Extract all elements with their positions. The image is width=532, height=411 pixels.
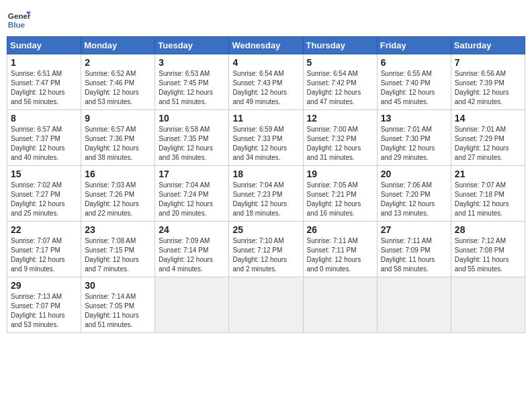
day-number: 13 <box>381 113 447 124</box>
calendar-cell: 22 Sunrise: 7:07 AMSunset: 7:17 PMDaylig… <box>7 222 81 277</box>
day-number: 29 <box>11 280 77 291</box>
calendar-cell: 3 Sunrise: 6:53 AMSunset: 7:45 PMDayligh… <box>155 54 229 110</box>
calendar-table: SundayMondayTuesdayWednesdayThursdayFrid… <box>7 36 525 333</box>
calendar-week-5: 29 Sunrise: 7:13 AMSunset: 7:07 PMDaylig… <box>7 277 525 333</box>
day-number: 25 <box>232 224 299 235</box>
day-info: Sunrise: 6:59 AMSunset: 7:33 PMDaylight:… <box>232 125 299 163</box>
calendar-cell: 5 Sunrise: 6:54 AMSunset: 7:42 PMDayligh… <box>303 54 377 110</box>
day-number: 19 <box>307 169 373 179</box>
weekday-header-tuesday: Tuesday <box>155 37 229 54</box>
day-info: Sunrise: 7:02 AMSunset: 7:27 PMDaylight:… <box>11 181 77 218</box>
day-number: 3 <box>159 57 225 68</box>
day-number: 24 <box>159 224 225 235</box>
weekday-header-friday: Friday <box>377 37 451 54</box>
calendar-cell: 4 Sunrise: 6:54 AMSunset: 7:43 PMDayligh… <box>229 54 303 110</box>
calendar-week-4: 22 Sunrise: 7:07 AMSunset: 7:17 PMDaylig… <box>7 222 525 277</box>
day-info: Sunrise: 7:05 AMSunset: 7:21 PMDaylight:… <box>307 181 373 218</box>
day-number: 16 <box>85 169 151 179</box>
weekday-header-monday: Monday <box>81 37 155 54</box>
day-info: Sunrise: 7:06 AMSunset: 7:20 PMDaylight:… <box>381 181 447 218</box>
day-number: 7 <box>455 57 521 68</box>
day-number: 18 <box>232 169 299 179</box>
calendar-cell: 27 Sunrise: 7:11 AMSunset: 7:09 PMDaylig… <box>377 222 451 277</box>
day-number: 1 <box>11 57 77 68</box>
calendar-cell: 10 Sunrise: 6:58 AMSunset: 7:35 PMDaylig… <box>155 110 229 166</box>
day-info: Sunrise: 6:52 AMSunset: 7:46 PMDaylight:… <box>85 69 151 107</box>
day-number: 5 <box>307 57 373 68</box>
day-number: 8 <box>11 113 77 124</box>
logo: General Blue <box>7 7 31 31</box>
weekday-header-wednesday: Wednesday <box>229 37 303 54</box>
calendar-cell <box>451 277 525 333</box>
day-info: Sunrise: 7:08 AMSunset: 7:15 PMDaylight:… <box>85 236 151 274</box>
day-info: Sunrise: 6:56 AMSunset: 7:39 PMDaylight:… <box>455 69 521 107</box>
day-info: Sunrise: 6:54 AMSunset: 7:43 PMDaylight:… <box>232 69 299 107</box>
day-number: 15 <box>11 169 77 179</box>
calendar-cell: 8 Sunrise: 6:57 AMSunset: 7:37 PMDayligh… <box>7 110 81 166</box>
day-number: 22 <box>11 224 77 235</box>
day-number: 20 <box>381 169 447 179</box>
calendar-week-1: 1 Sunrise: 6:51 AMSunset: 7:47 PMDayligh… <box>7 54 525 110</box>
calendar-cell: 11 Sunrise: 6:59 AMSunset: 7:33 PMDaylig… <box>229 110 303 166</box>
calendar-cell: 30 Sunrise: 7:14 AMSunset: 7:05 PMDaylig… <box>81 277 155 333</box>
day-number: 9 <box>85 113 151 124</box>
day-info: Sunrise: 6:55 AMSunset: 7:40 PMDaylight:… <box>381 69 447 107</box>
day-number: 27 <box>381 224 447 235</box>
day-info: Sunrise: 6:58 AMSunset: 7:35 PMDaylight:… <box>159 125 225 163</box>
day-info: Sunrise: 6:51 AMSunset: 7:47 PMDaylight:… <box>11 69 77 107</box>
calendar-cell <box>377 277 451 333</box>
day-info: Sunrise: 7:00 AMSunset: 7:32 PMDaylight:… <box>307 125 373 163</box>
calendar-cell: 20 Sunrise: 7:06 AMSunset: 7:20 PMDaylig… <box>377 166 451 222</box>
calendar-cell: 24 Sunrise: 7:09 AMSunset: 7:14 PMDaylig… <box>155 222 229 277</box>
weekday-header-thursday: Thursday <box>303 37 377 54</box>
day-number: 11 <box>232 113 299 124</box>
day-number: 28 <box>455 224 521 235</box>
day-info: Sunrise: 7:13 AMSunset: 7:07 PMDaylight:… <box>11 292 77 330</box>
calendar-cell: 23 Sunrise: 7:08 AMSunset: 7:15 PMDaylig… <box>81 222 155 277</box>
day-info: Sunrise: 7:14 AMSunset: 7:05 PMDaylight:… <box>85 292 151 330</box>
day-info: Sunrise: 7:01 AMSunset: 7:29 PMDaylight:… <box>455 125 521 163</box>
day-number: 23 <box>85 224 151 235</box>
calendar-cell: 6 Sunrise: 6:55 AMSunset: 7:40 PMDayligh… <box>377 54 451 110</box>
day-info: Sunrise: 7:11 AMSunset: 7:09 PMDaylight:… <box>381 236 447 274</box>
day-info: Sunrise: 7:12 AMSunset: 7:08 PMDaylight:… <box>455 236 521 274</box>
day-info: Sunrise: 7:03 AMSunset: 7:26 PMDaylight:… <box>85 181 151 218</box>
calendar-cell: 7 Sunrise: 6:56 AMSunset: 7:39 PMDayligh… <box>451 54 525 110</box>
day-number: 2 <box>85 57 151 68</box>
day-number: 30 <box>85 280 151 291</box>
calendar-cell: 26 Sunrise: 7:11 AMSunset: 7:11 PMDaylig… <box>303 222 377 277</box>
day-number: 17 <box>159 169 225 179</box>
day-number: 6 <box>381 57 447 68</box>
calendar-cell: 2 Sunrise: 6:52 AMSunset: 7:46 PMDayligh… <box>81 54 155 110</box>
calendar-cell: 12 Sunrise: 7:00 AMSunset: 7:32 PMDaylig… <box>303 110 377 166</box>
day-number: 12 <box>307 113 373 124</box>
calendar-cell: 13 Sunrise: 7:01 AMSunset: 7:30 PMDaylig… <box>377 110 451 166</box>
day-number: 4 <box>232 57 299 68</box>
day-number: 21 <box>455 169 521 179</box>
calendar-week-3: 15 Sunrise: 7:02 AMSunset: 7:27 PMDaylig… <box>7 166 525 222</box>
calendar-cell: 29 Sunrise: 7:13 AMSunset: 7:07 PMDaylig… <box>7 277 81 333</box>
day-info: Sunrise: 7:10 AMSunset: 7:12 PMDaylight:… <box>232 236 299 274</box>
calendar-cell <box>229 277 303 333</box>
calendar-cell: 21 Sunrise: 7:07 AMSunset: 7:18 PMDaylig… <box>451 166 525 222</box>
page-header: General Blue <box>7 7 525 31</box>
calendar-cell: 9 Sunrise: 6:57 AMSunset: 7:36 PMDayligh… <box>81 110 155 166</box>
day-info: Sunrise: 7:01 AMSunset: 7:30 PMDaylight:… <box>381 125 447 163</box>
calendar-week-2: 8 Sunrise: 6:57 AMSunset: 7:37 PMDayligh… <box>7 110 525 166</box>
day-info: Sunrise: 7:07 AMSunset: 7:18 PMDaylight:… <box>455 181 521 218</box>
calendar-cell: 15 Sunrise: 7:02 AMSunset: 7:27 PMDaylig… <box>7 166 81 222</box>
day-info: Sunrise: 7:09 AMSunset: 7:14 PMDaylight:… <box>159 236 225 274</box>
calendar-cell: 18 Sunrise: 7:04 AMSunset: 7:23 PMDaylig… <box>229 166 303 222</box>
day-info: Sunrise: 7:07 AMSunset: 7:17 PMDaylight:… <box>11 236 77 274</box>
day-info: Sunrise: 7:11 AMSunset: 7:11 PMDaylight:… <box>307 236 373 274</box>
calendar-cell: 17 Sunrise: 7:04 AMSunset: 7:24 PMDaylig… <box>155 166 229 222</box>
calendar-cell: 25 Sunrise: 7:10 AMSunset: 7:12 PMDaylig… <box>229 222 303 277</box>
day-info: Sunrise: 6:53 AMSunset: 7:45 PMDaylight:… <box>159 69 225 107</box>
calendar-cell: 28 Sunrise: 7:12 AMSunset: 7:08 PMDaylig… <box>451 222 525 277</box>
calendar-cell: 1 Sunrise: 6:51 AMSunset: 7:47 PMDayligh… <box>7 54 81 110</box>
day-info: Sunrise: 6:57 AMSunset: 7:37 PMDaylight:… <box>11 125 77 163</box>
day-number: 26 <box>307 224 373 235</box>
day-info: Sunrise: 7:04 AMSunset: 7:23 PMDaylight:… <box>232 181 299 218</box>
day-info: Sunrise: 6:57 AMSunset: 7:36 PMDaylight:… <box>85 125 151 163</box>
weekday-header-saturday: Saturday <box>451 37 525 54</box>
